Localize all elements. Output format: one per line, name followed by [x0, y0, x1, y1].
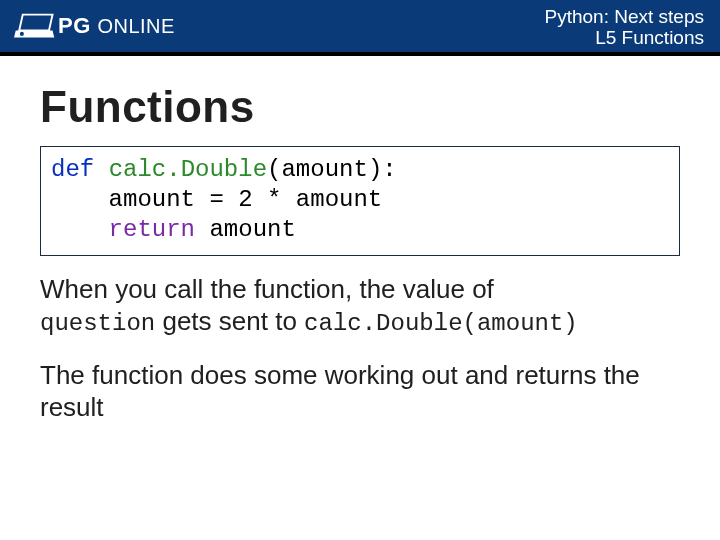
brand-text: PG ONLINE: [58, 13, 175, 39]
code-function-name: calc.Double: [109, 156, 267, 183]
brand-logo: PG ONLINE: [14, 11, 175, 41]
breadcrumb-line-2: L5 Functions: [545, 27, 704, 48]
code-keyword-return: return: [109, 216, 195, 243]
code-block: def calc.Double(amount): amount = 2 * am…: [40, 146, 680, 256]
p1-mono-1: question: [40, 310, 155, 337]
p1-lead: When you call the function, the value of: [40, 274, 494, 304]
svg-marker-0: [19, 15, 52, 31]
svg-point-2: [20, 32, 24, 36]
p1-mid: gets sent to: [162, 306, 304, 336]
code-return-tail: amount: [195, 216, 296, 243]
code-line-2: amount = 2 * amount: [51, 186, 382, 213]
breadcrumb: Python: Next steps L5 Functions: [545, 6, 704, 49]
top-bar: PG ONLINE Python: Next steps L5 Function…: [0, 0, 720, 56]
code-keyword-def: def: [51, 156, 94, 183]
slide: PG ONLINE Python: Next steps L5 Function…: [0, 0, 720, 540]
paragraph-1: When you call the function, the value of…: [40, 274, 680, 338]
code-args: (amount):: [267, 156, 397, 183]
code-return-indent: [51, 216, 109, 243]
brand-pg: PG: [58, 13, 91, 38]
breadcrumb-line-1: Python: Next steps: [545, 6, 704, 27]
brand-online: ONLINE: [97, 15, 174, 37]
page-title: Functions: [40, 82, 680, 132]
code-space: [94, 156, 108, 183]
paragraph-2: The function does some working out and r…: [40, 360, 680, 423]
p1-mono-2: calc.Double(amount): [304, 310, 578, 337]
content-area: Functions def calc.Double(amount): amoun…: [0, 56, 720, 423]
laptop-icon: [14, 11, 56, 41]
